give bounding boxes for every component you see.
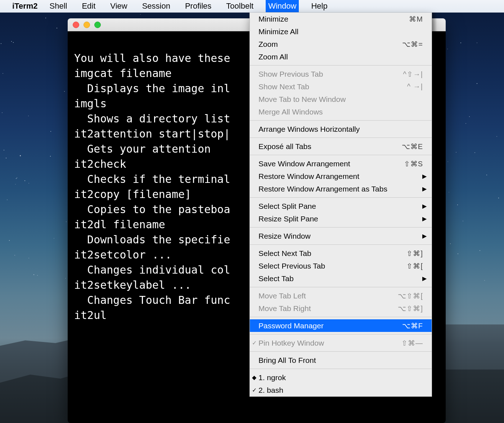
traffic-light-zoom[interactable]: [94, 22, 101, 28]
menu-item-select-previous-tab[interactable]: Select Previous Tab⇧⌘[: [250, 260, 432, 272]
menu-item-label: Select Tab: [258, 274, 423, 283]
menu-item-1-ngrok[interactable]: ◆1. ngrok: [250, 371, 432, 384]
menu-item-select-split-pane[interactable]: Select Split Pane▶: [250, 200, 432, 212]
menu-item-restore-window-arrangement-as-tabs[interactable]: Restore Window Arrangement as Tabs▶: [250, 183, 432, 195]
menu-separator: [250, 155, 432, 155]
submenu-arrow-icon: ▶: [422, 275, 427, 282]
menu-profiles[interactable]: Profiles: [183, 0, 214, 12]
menu-item-2-bash[interactable]: ✓2. bash: [250, 384, 432, 396]
menu-item-label: Show Previous Tab: [258, 70, 403, 78]
menu-item-select-next-tab[interactable]: Select Next Tab⇧⌘]: [250, 247, 432, 260]
traffic-light-close[interactable]: [73, 22, 79, 28]
menu-separator: [250, 287, 432, 287]
menu-shell[interactable]: Shell: [47, 0, 70, 12]
menu-item-password-manager[interactable]: Password Manager⌥⌘F: [250, 319, 432, 332]
menu-item-label: Resize Window: [258, 232, 423, 240]
menu-item-mark: ✓: [252, 339, 257, 346]
menu-item-label: Minimize All: [258, 27, 423, 36]
menu-item-bring-all-to-front[interactable]: Bring All To Front: [250, 354, 432, 366]
menu-edit[interactable]: Edit: [79, 0, 98, 12]
menu-item-shortcut: ⇧⌘S: [404, 159, 423, 168]
menu-item-label: Pin Hotkey Window: [258, 339, 401, 347]
menu-item-label: Password Manager: [258, 321, 402, 330]
menu-item-shortcut: ⌘M: [409, 15, 423, 23]
menu-item-resize-split-pane[interactable]: Resize Split Pane▶: [250, 212, 432, 225]
menu-view[interactable]: View: [108, 0, 130, 12]
menu-item-label: Bring All To Front: [258, 356, 423, 365]
menu-item-shortcut: ⌥⇧⌘]: [398, 304, 423, 313]
menu-item-shortcut: ⌥⇧⌘[: [398, 292, 423, 300]
menu-separator: [250, 351, 432, 352]
menu-item-select-tab[interactable]: Select Tab▶: [250, 272, 432, 285]
menu-item-label: Move Tab to New Window: [258, 95, 423, 104]
menu-item-move-tab-right: Move Tab Right⌥⇧⌘]: [250, 302, 432, 315]
menu-separator: [250, 317, 432, 317]
submenu-arrow-icon: ▶: [422, 203, 427, 210]
menu-item-arrange-windows-horizontally[interactable]: Arrange Windows Horizontally: [250, 123, 432, 135]
traffic-light-minimize[interactable]: [84, 22, 90, 28]
menu-item-mark: ◆: [252, 374, 256, 381]
menu-separator: [250, 244, 432, 245]
menu-item-zoom-all[interactable]: Zoom All: [250, 50, 432, 63]
menu-separator: [250, 334, 432, 334]
menu-item-mark: ✓: [252, 387, 257, 393]
menu-item-label: Resize Split Pane: [258, 215, 423, 223]
menu-item-resize-window[interactable]: Resize Window▶: [250, 230, 432, 242]
menu-item-move-tab-to-new-window: Move Tab to New Window: [250, 93, 432, 105]
menu-item-label: 2. bash: [258, 386, 423, 395]
menu-toolbelt[interactable]: Toolbelt: [224, 0, 256, 12]
menu-item-minimize-all[interactable]: Minimize All: [250, 25, 432, 38]
menu-item-shortcut: ^⇧→|: [403, 70, 423, 78]
menu-item-label: Merge All Windows: [258, 108, 423, 116]
menu-item-save-window-arrangement[interactable]: Save Window Arrangement⇧⌘S: [250, 157, 432, 170]
dropdown-shadow: [432, 13, 437, 423]
menu-item-label: 1. ngrok: [258, 373, 423, 382]
submenu-arrow-icon: ▶: [422, 215, 427, 222]
menu-item-zoom[interactable]: Zoom⌥⌘=: [250, 38, 432, 50]
menu-item-label: Zoom All: [258, 53, 423, 61]
submenu-arrow-icon: ▶: [422, 173, 427, 180]
menu-item-label: Minimize: [258, 15, 409, 23]
menu-item-label: Exposé all Tabs: [258, 142, 402, 151]
menu-item-label: Select Previous Tab: [258, 262, 406, 270]
menu-item-shortcut: ⇧⌘]: [406, 249, 423, 258]
menu-item-label: Restore Window Arrangement: [258, 172, 423, 181]
menu-item-shortcut: ⇧⌘—: [401, 339, 423, 347]
menu-item-shortcut: ⇧⌘[: [406, 262, 423, 270]
window-menu-dropdown: Minimize⌘MMinimize AllZoom⌥⌘=Zoom AllSho…: [249, 13, 432, 397]
menu-item-label: Show Next Tab: [258, 82, 407, 91]
menu-item-shortcut: ⌥⌘F: [402, 321, 423, 330]
submenu-arrow-icon: ▶: [422, 233, 427, 239]
menu-item-label: Arrange Windows Horizontally: [258, 125, 423, 134]
menu-separator: [250, 227, 432, 228]
menu-item-pin-hotkey-window: ✓Pin Hotkey Window⇧⌘—: [250, 337, 432, 349]
menu-item-label: Select Next Tab: [258, 249, 406, 258]
menu-item-merge-all-windows: Merge All Windows: [250, 105, 432, 118]
menubar: iTerm2 ShellEditViewSessionProfilesToolb…: [0, 0, 504, 13]
menu-item-label: Zoom: [258, 40, 402, 49]
menu-separator: [250, 138, 432, 138]
menu-item-shortcut: ^ →|: [407, 82, 423, 91]
menu-item-expos-all-tabs[interactable]: Exposé all Tabs⌥⌘E: [250, 140, 432, 153]
menu-item-shortcut: ⌥⌘E: [402, 142, 423, 151]
menu-item-label: Save Window Arrangement: [258, 159, 404, 168]
submenu-arrow-icon: ▶: [422, 185, 427, 192]
menu-item-shortcut: ⌥⌘=: [402, 40, 423, 49]
menu-item-minimize[interactable]: Minimize⌘M: [250, 13, 432, 25]
menu-item-label: Restore Window Arrangement as Tabs: [258, 185, 423, 193]
menu-session[interactable]: Session: [140, 0, 173, 12]
menu-item-show-previous-tab: Show Previous Tab^⇧→|: [250, 68, 432, 80]
menu-separator: [250, 120, 432, 121]
menu-item-restore-window-arrangement[interactable]: Restore Window Arrangement▶: [250, 170, 432, 183]
menu-item-label: Select Split Pane: [258, 202, 423, 211]
menu-help[interactable]: Help: [309, 0, 330, 12]
app-name[interactable]: iTerm2: [12, 1, 38, 11]
menu-separator: [250, 197, 432, 198]
menu-item-show-next-tab: Show Next Tab^ →|: [250, 80, 432, 93]
menu-item-move-tab-left: Move Tab Left⌥⇧⌘[: [250, 289, 432, 302]
menu-window[interactable]: Window: [266, 0, 299, 12]
menu-separator: [250, 369, 432, 369]
menu-item-label: Move Tab Right: [258, 304, 398, 313]
menu-separator: [250, 65, 432, 66]
menu-item-label: Move Tab Left: [258, 292, 398, 300]
